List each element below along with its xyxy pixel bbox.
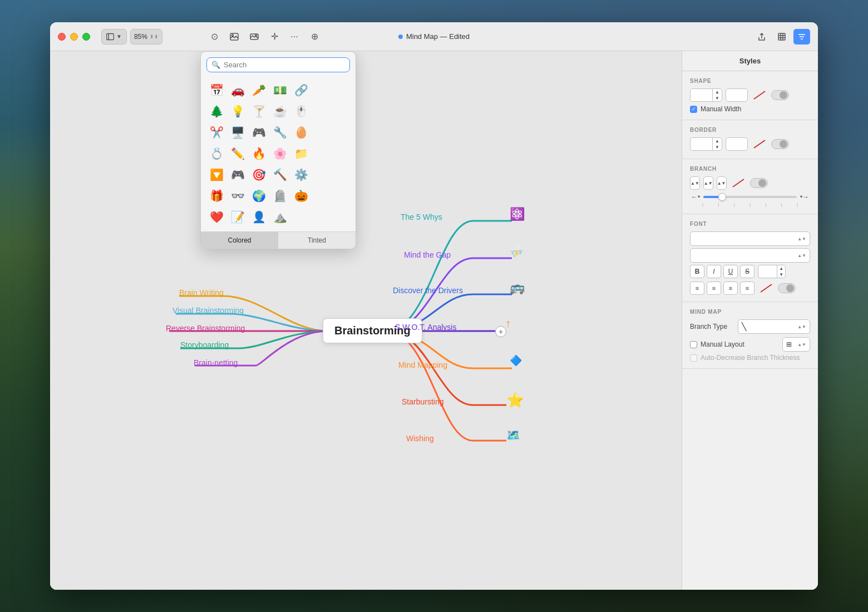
- check-tool-button[interactable]: ⊙: [206, 29, 223, 45]
- branch-s1-stepper[interactable]: ▲ ▼: [690, 176, 700, 190]
- branch-s3-arrows[interactable]: ▲ ▼: [717, 177, 726, 189]
- font-slash-button[interactable]: [758, 282, 775, 295]
- icon-pumpkin[interactable]: 🎃: [291, 186, 311, 206]
- icon-globe[interactable]: 🌍: [249, 186, 269, 206]
- layout-style-select[interactable]: ⊞ ▲▼: [782, 337, 810, 352]
- close-button[interactable]: [58, 33, 66, 41]
- photo-tool-button[interactable]: [246, 29, 263, 45]
- branch-brain-netting[interactable]: Brain-netting: [194, 358, 238, 367]
- slider-thumb[interactable]: [718, 193, 726, 201]
- branch-mind-gap[interactable]: Mind the Gap: [404, 250, 451, 259]
- branch-s1-down[interactable]: ▼: [695, 177, 699, 189]
- icon-target[interactable]: 🎯: [249, 165, 269, 185]
- add-branch-button[interactable]: +: [495, 326, 506, 337]
- canvas-area[interactable]: Brainstorming Brain Writing Visual Brain…: [50, 51, 682, 590]
- filter-button[interactable]: [793, 29, 810, 45]
- icon-pencil[interactable]: ✏️: [228, 144, 248, 164]
- strikethrough-button[interactable]: S: [740, 265, 754, 278]
- branch-s2-down[interactable]: ▼: [708, 177, 713, 189]
- branch-type-select[interactable]: ╲ ▲▼: [738, 319, 810, 334]
- align-center-button[interactable]: ≡: [707, 282, 721, 295]
- icon-scissors[interactable]: ✂️: [206, 122, 226, 142]
- icon-glasses[interactable]: 👓: [228, 186, 248, 206]
- bold-button[interactable]: B: [690, 265, 704, 278]
- icon-monitor[interactable]: 🖥️: [228, 122, 248, 142]
- font-size-up[interactable]: ▲: [777, 265, 785, 272]
- branch-s2-up[interactable]: ▲: [704, 177, 708, 189]
- branch-s1-arrows[interactable]: ▲ ▼: [691, 177, 699, 189]
- border-width-down[interactable]: ▼: [713, 144, 722, 150]
- icon-carrot[interactable]: 🥕: [249, 80, 269, 100]
- border-width-up[interactable]: ▲: [713, 138, 722, 144]
- icon-ring[interactable]: 💍: [206, 144, 226, 164]
- branch-swot[interactable]: S.W.O.T. Analysis: [395, 323, 456, 332]
- align-right-button[interactable]: ≡: [723, 282, 738, 295]
- branch-starbursting[interactable]: Starbursting: [402, 397, 443, 406]
- icon-note[interactable]: 📝: [228, 207, 248, 227]
- icon-link[interactable]: 🔗: [291, 80, 311, 100]
- branch-brain-writing[interactable]: Brain Writing: [179, 288, 224, 297]
- tab-colored[interactable]: Colored: [201, 232, 278, 249]
- icon-car[interactable]: 🚗: [228, 80, 248, 100]
- dots-tool-button[interactable]: ···: [286, 29, 303, 45]
- border-width-arrows[interactable]: ▲ ▼: [713, 138, 722, 150]
- shape-width-arrows[interactable]: ▲ ▼: [713, 89, 722, 101]
- icon-tree[interactable]: 🌲: [206, 101, 226, 121]
- manual-width-checkbox[interactable]: ✓: [690, 106, 697, 113]
- share-button[interactable]: [753, 29, 770, 45]
- border-slash-button[interactable]: [751, 137, 768, 151]
- icon-heart[interactable]: ❤️: [206, 207, 226, 227]
- icon-mountain[interactable]: ⛰️: [270, 207, 290, 227]
- search-input[interactable]: [224, 61, 345, 69]
- shape-slash-button[interactable]: [751, 88, 768, 102]
- branch-reverse-brainstorming[interactable]: Reverse Brainstorming: [166, 324, 245, 333]
- zoom-control[interactable]: 85% ⬆⬇: [130, 29, 162, 45]
- add-tool-button[interactable]: ⊕: [306, 29, 323, 45]
- align-left-button[interactable]: ≡: [690, 282, 704, 295]
- align-justify-button[interactable]: ≡: [740, 282, 754, 295]
- icon-egg[interactable]: 🥚: [291, 122, 311, 142]
- branch-slash-button[interactable]: [730, 176, 747, 190]
- move-tool-button[interactable]: ✛: [266, 29, 283, 45]
- fullscreen-button[interactable]: [82, 33, 90, 41]
- icon-filter[interactable]: 🔽: [206, 165, 226, 185]
- icon-hammer[interactable]: 🔨: [270, 165, 290, 185]
- shape-toggle[interactable]: [771, 90, 789, 100]
- branch-5-whys[interactable]: The 5 Whys: [401, 213, 442, 221]
- branch-toggle[interactable]: [750, 178, 768, 188]
- border-width-stepper[interactable]: ▲ ▼: [690, 137, 722, 151]
- icon-fire[interactable]: 🔥: [249, 144, 269, 164]
- icon-controller[interactable]: 🎮: [228, 165, 248, 185]
- font-family-select[interactable]: ▲▼: [690, 231, 810, 246]
- font-size-down[interactable]: ▼: [777, 272, 785, 278]
- underline-button[interactable]: U: [723, 265, 738, 278]
- branch-visual-brainstorming[interactable]: Visual Brainstorming: [172, 306, 244, 315]
- border-color-swatch[interactable]: [726, 137, 748, 151]
- branch-s3-stepper[interactable]: ▲ ▼: [717, 176, 727, 190]
- icon-gamepad[interactable]: 🎮: [249, 122, 269, 142]
- icon-wrench[interactable]: 🔧: [270, 122, 290, 142]
- italic-button[interactable]: I: [707, 265, 721, 278]
- icon-cocktail[interactable]: 🍸: [249, 101, 269, 121]
- icon-tombstone[interactable]: 🪦: [270, 186, 290, 206]
- image-tool-button[interactable]: [226, 29, 243, 45]
- shape-width-stepper[interactable]: ▲ ▼: [690, 88, 722, 102]
- branch-thickness-slider[interactable]: [703, 196, 797, 198]
- minimize-button[interactable]: [70, 33, 78, 41]
- list-view-button[interactable]: [773, 29, 790, 45]
- branch-s1-up[interactable]: ▲: [691, 177, 695, 189]
- icon-coffee[interactable]: ☕: [270, 101, 290, 121]
- auto-decrease-checkbox[interactable]: [690, 354, 697, 362]
- icon-mouse[interactable]: 🖱️: [291, 101, 311, 121]
- font-style-select[interactable]: ▲▼: [690, 248, 810, 263]
- icon-money[interactable]: 💵: [270, 80, 290, 100]
- font-size-arrows[interactable]: ▲ ▼: [777, 265, 785, 278]
- branch-mind-mapping[interactable]: Mind Mapping: [398, 361, 447, 369]
- font-toggle[interactable]: [778, 283, 796, 293]
- branch-s2-arrows[interactable]: ▲ ▼: [704, 177, 713, 189]
- icon-folder[interactable]: 📁: [291, 144, 311, 164]
- branch-wishing[interactable]: Wishing: [406, 434, 434, 443]
- icon-gift[interactable]: 🎁: [206, 186, 226, 206]
- icon-person[interactable]: 👤: [249, 207, 269, 227]
- font-size-stepper[interactable]: ▲ ▼: [758, 265, 786, 278]
